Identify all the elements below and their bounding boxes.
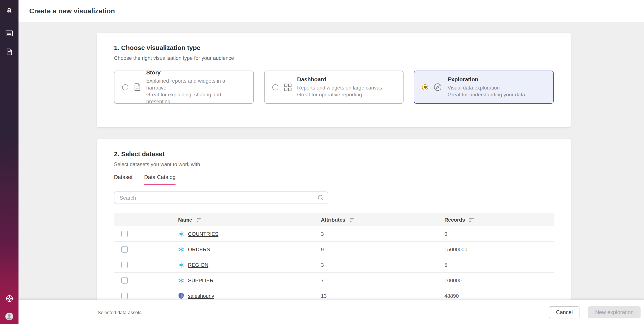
exploration-texts: Exploration Visual data exploration Grea…: [448, 76, 525, 98]
user-avatar[interactable]: [0, 312, 18, 322]
column-header-attributes: Attributes: [321, 217, 444, 223]
main-content: 1. Choose visualization type Choose the …: [18, 22, 644, 324]
dataset-link[interactable]: REGION: [188, 262, 208, 268]
row-checkbox[interactable]: [121, 292, 128, 299]
records-value: 5: [444, 262, 554, 268]
search-input[interactable]: [114, 192, 328, 204]
option-dashboard[interactable]: Dashboard Reports and widgets on large c…: [264, 70, 404, 104]
tab-dataset[interactable]: Dataset: [114, 174, 132, 184]
exploration-desc-2: Great for understanding your data: [448, 91, 525, 98]
sidebar-item-reports[interactable]: [0, 30, 18, 38]
step2-subtitle: Select datasets you want to work with: [114, 161, 554, 168]
table-header-row: Name Attributes Records: [114, 214, 554, 226]
attributes-value: 13: [321, 293, 444, 299]
dashboard-desc-2: Great for operative reporting: [297, 91, 382, 98]
page-title: Create a new visualization: [29, 7, 115, 15]
dataset-table: Name Attributes Records: [114, 214, 554, 304]
dataset-name-cell: SUPPLIER: [178, 277, 321, 283]
row-checkbox[interactable]: [121, 277, 128, 284]
sort-icon[interactable]: [350, 218, 354, 222]
grid-icon: [284, 83, 292, 91]
file-icon: [134, 83, 141, 91]
column-header-records: Records: [444, 217, 554, 223]
app-window: a: [0, 0, 644, 324]
select-dataset-card: 2. Select dataset Select datasets you wa…: [97, 139, 571, 324]
selected-assets-label: Selected data assets: [98, 310, 142, 315]
dataset-name-cell: ORDERS: [178, 246, 321, 252]
dataset-link[interactable]: saleshourly: [188, 293, 214, 299]
document-icon: [6, 48, 12, 57]
search-icon[interactable]: [318, 194, 324, 203]
sidebar-item-apps[interactable]: [0, 295, 18, 304]
attributes-header-label: Attributes: [321, 217, 345, 223]
story-radio[interactable]: [122, 84, 128, 90]
avatar-icon: [5, 312, 13, 322]
row-checkbox[interactable]: [121, 231, 128, 237]
dataset-link[interactable]: COUNTRIES: [188, 231, 218, 237]
option-story[interactable]: Story Explained reports and widgets in a…: [114, 70, 254, 104]
compass-icon: [434, 83, 442, 91]
dataset-search: [114, 192, 328, 204]
snowflake-icon: [178, 277, 184, 283]
dashboard-radio[interactable]: [272, 84, 278, 90]
tab-data-catalog[interactable]: Data Catalog: [144, 174, 176, 184]
action-footer: Selected data assets Cancel New explorat…: [18, 300, 644, 324]
name-header-label: Name: [178, 217, 192, 223]
choose-visualization-type-card: 1. Choose visualization type Choose the …: [97, 33, 571, 127]
story-texts: Story Explained reports and widgets in a…: [146, 69, 246, 105]
records-value: 100000: [444, 277, 554, 283]
exploration-desc-1: Visual data exploration: [448, 84, 525, 91]
apps-icon: [6, 295, 13, 304]
logo-letter: a: [7, 6, 12, 14]
dashboard-desc-1: Reports and widgets on large canvas: [297, 84, 382, 91]
exploration-label: Exploration: [448, 76, 525, 83]
snowflake-icon: [178, 246, 184, 252]
table-row: SUPPLIER 7 100000: [114, 273, 554, 288]
dataset-name-cell: saleshourly: [178, 292, 321, 299]
snowflake-icon: [178, 262, 184, 268]
records-value: 15000000: [444, 246, 554, 252]
sidebar-item-documents[interactable]: [0, 48, 18, 57]
table-row: COUNTRIES 3 0: [114, 226, 554, 242]
story-desc-1: Explained reports and widgets in a narra…: [146, 78, 246, 91]
step1-title: 1. Choose visualization type: [114, 44, 554, 52]
attributes-value: 7: [321, 277, 444, 283]
step1-subtitle: Choose the right visualisation type for …: [114, 55, 554, 61]
attributes-value: 3: [321, 231, 444, 237]
table-row: REGION 3 5: [114, 257, 554, 273]
dataset-link[interactable]: ORDERS: [188, 246, 210, 252]
dataset-name-cell: COUNTRIES: [178, 231, 321, 237]
story-desc-2: Great for explaining, sharing and presen…: [146, 91, 246, 105]
exploration-radio[interactable]: [422, 84, 428, 90]
dataset-link[interactable]: SUPPLIER: [188, 277, 214, 283]
app-logo[interactable]: a: [0, 6, 18, 14]
dashboard-texts: Dashboard Reports and widgets on large c…: [297, 76, 382, 98]
step2-title: 2. Select dataset: [114, 150, 554, 158]
option-exploration[interactable]: Exploration Visual data exploration Grea…: [414, 70, 554, 104]
records-header-label: Records: [444, 217, 465, 223]
records-value: 0: [444, 231, 554, 237]
attributes-value: 9: [321, 246, 444, 252]
reports-icon: [6, 30, 13, 38]
row-checkbox[interactable]: [121, 246, 128, 252]
page-header: Create a new visualization: [18, 0, 644, 22]
attributes-value: 3: [321, 262, 444, 268]
cancel-button[interactable]: Cancel: [549, 306, 580, 318]
visualization-type-options: Story Explained reports and widgets in a…: [114, 70, 554, 104]
sort-icon[interactable]: [196, 218, 201, 222]
dashboard-label: Dashboard: [297, 76, 382, 83]
records-value: 48890: [444, 293, 554, 299]
column-header-name: Name: [178, 217, 321, 223]
table-row: ORDERS 9 15000000: [114, 242, 554, 257]
snowflake-icon: [178, 231, 184, 237]
shield-icon: [178, 292, 184, 299]
sidebar: a: [0, 0, 18, 324]
new-exploration-button[interactable]: New exploration: [588, 306, 640, 318]
dataset-name-cell: REGION: [178, 262, 321, 268]
story-label: Story: [146, 69, 246, 76]
sort-icon[interactable]: [469, 218, 474, 222]
dataset-tabs: Dataset Data Catalog: [114, 174, 554, 184]
row-checkbox[interactable]: [121, 262, 128, 268]
